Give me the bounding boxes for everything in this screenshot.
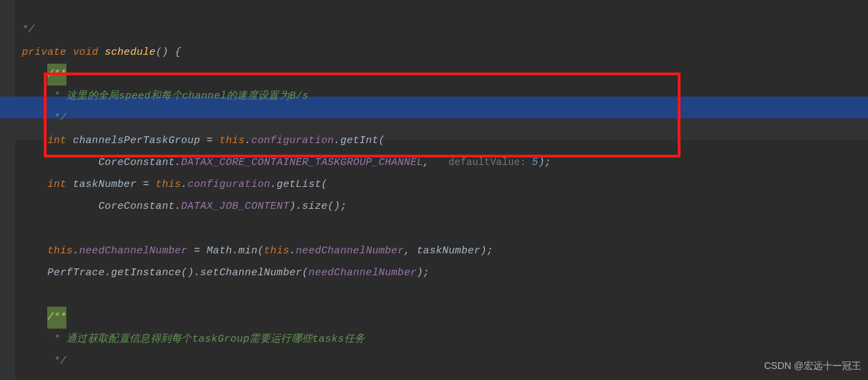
- code-line: this.needChannelNumber = Math.min(this.n…: [22, 245, 493, 257]
- code-line: PerfTrace.getInstance().setChannelNumber…: [22, 267, 429, 279]
- code-line: int channelsPerTaskGroup = this.configur…: [22, 135, 385, 147]
- code-line: * 这里的全局speed和每个channel的速度设置为B/s: [22, 90, 309, 102]
- todo-doc-open: /**: [47, 64, 66, 86]
- code-line: */: [22, 355, 66, 367]
- watermark-text: CSDN @宏远十一冠王: [764, 355, 861, 376]
- code-line: [22, 223, 28, 235]
- code-line: CoreConstant.DATAX_JOB_CONTENT).size();: [22, 201, 346, 212]
- editor-gutter: [0, 0, 15, 380]
- code-line: /**: [22, 68, 66, 80]
- inlay-hint: defaultValue:: [448, 157, 532, 168]
- code-line: [22, 289, 28, 301]
- code-line: * 通过获取配置信息得到每个taskGroup需要运行哪些tasks任务: [22, 333, 365, 345]
- code-line: */: [22, 112, 66, 124]
- code-line: private void schedule() {: [22, 47, 181, 58]
- code-editor[interactable]: */ private void schedule() { /** * 这里的全局…: [22, 0, 551, 372]
- code-line: /**: [22, 312, 66, 323]
- todo-doc-open: /**: [47, 307, 66, 329]
- code-line: */: [22, 24, 35, 36]
- code-line: int taskNumber = this.configuration.getL…: [22, 179, 328, 190]
- code-line: CoreConstant.DATAX_CORE_CONTAINER_TASKGR…: [22, 157, 551, 168]
